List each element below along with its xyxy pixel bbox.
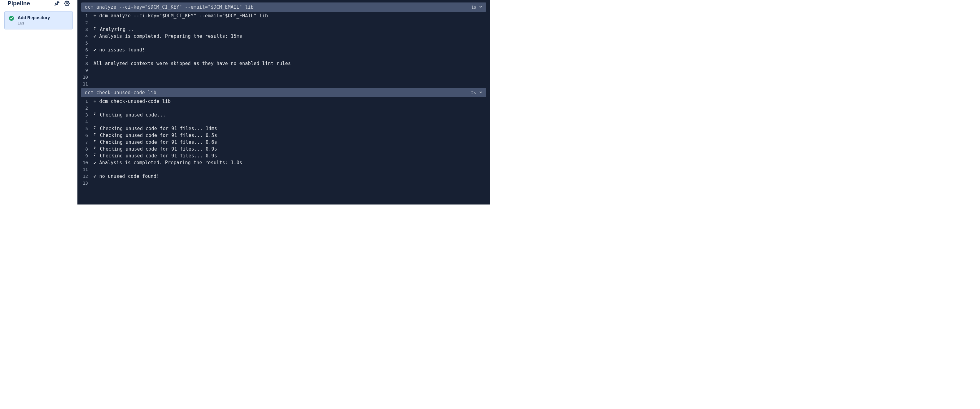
log-line-number: 3: [79, 26, 94, 33]
log-line: 7⠋ Checking unused code for 91 files... …: [79, 139, 486, 146]
log-text: ✔ Analysis is completed. Preparing the r…: [94, 159, 242, 166]
log-line-number: 8: [79, 146, 94, 153]
command-title: dcm check-unused-code lib: [85, 90, 156, 95]
log-line: 10✔ Analysis is completed. Preparing the…: [79, 159, 486, 166]
log-line-number: 2: [79, 105, 94, 111]
console-panel[interactable]: dcm analyze --ci-key="$DCM_CI_KEY" --ema…: [78, 0, 490, 205]
step-name: Add Repository: [18, 15, 50, 20]
log-line: 1+ dcm analyze --ci-key="$DCM_CI_KEY" --…: [79, 13, 486, 19]
pipeline-sidebar: Pipeline Add Repository 1: [0, 0, 78, 205]
log-text: ✔ no unused code found!: [94, 173, 159, 180]
command-duration: 2s: [471, 90, 476, 95]
command-meta: 2s: [471, 90, 482, 95]
log-line-number: 1: [79, 98, 94, 105]
log-line-number: 3: [79, 111, 94, 118]
log-text: ⠋ Checking unused code for 91 files... 0…: [94, 132, 217, 139]
log-text: ⠋ Checking unused code for 91 files... 0…: [94, 146, 217, 153]
log-line: 7: [79, 53, 486, 60]
sidebar-title: Pipeline: [8, 0, 30, 7]
log-line: 9: [79, 67, 486, 74]
step-duration: 16s: [18, 21, 50, 25]
log-line-number: 5: [79, 40, 94, 46]
command-header[interactable]: dcm check-unused-code lib2s: [81, 88, 486, 97]
log-line: 6✔ no issues found!: [79, 46, 486, 53]
log-line: 1+ dcm check-unused-code lib: [79, 98, 486, 105]
log-line: 8All analyzed contexts were skipped as t…: [79, 60, 486, 67]
step-info: Add Repository 16s: [18, 15, 50, 25]
log-line: 6⠋ Checking unused code for 91 files... …: [79, 132, 486, 139]
log-line: 10: [79, 74, 486, 81]
log-line-number: 6: [79, 132, 94, 139]
pin-icon[interactable]: [54, 1, 60, 6]
log-line: 4: [79, 118, 486, 125]
log-line-number: 11: [79, 81, 94, 88]
log-line: 11: [79, 166, 486, 173]
log-line: 12✔ no unused code found!: [79, 173, 486, 180]
log-line-number: 4: [79, 33, 94, 40]
log-line: 13: [79, 180, 486, 186]
sidebar-header-icons: [54, 1, 70, 6]
log-line-number: 7: [79, 53, 94, 60]
chevron-down-icon[interactable]: [479, 5, 482, 10]
log-text: + dcm analyze --ci-key="$DCM_CI_KEY" --e…: [94, 13, 268, 19]
log-line-number: 13: [79, 180, 94, 186]
command-block: dcm analyze --ci-key="$DCM_CI_KEY" --ema…: [79, 3, 486, 88]
log-text: ✔ Analysis is completed. Preparing the r…: [94, 33, 242, 40]
log-line: 5: [79, 40, 486, 46]
log-line: 8⠋ Checking unused code for 91 files... …: [79, 146, 486, 153]
log-text: All analyzed contexts were skipped as th…: [94, 60, 291, 67]
gear-icon[interactable]: [64, 1, 70, 6]
log-line-number: 7: [79, 139, 94, 146]
log-text: ⠋ Checking unused code...: [94, 111, 166, 118]
log-line: 3⠋ Checking unused code...: [79, 111, 486, 118]
log-line: 9⠋ Checking unused code for 91 files... …: [79, 153, 486, 159]
sidebar-header: Pipeline: [4, 0, 73, 9]
command-header[interactable]: dcm analyze --ci-key="$DCM_CI_KEY" --ema…: [81, 3, 486, 12]
log-text: ⠋ Analyzing...: [94, 26, 134, 33]
log-text: + dcm check-unused-code lib: [94, 98, 171, 105]
chevron-down-icon[interactable]: [479, 90, 482, 95]
log-line-number: 11: [79, 166, 94, 173]
log-line: 5⠋ Checking unused code for 91 files... …: [79, 125, 486, 132]
log-text: ⠋ Checking unused code for 91 files... 1…: [94, 125, 217, 132]
command-duration: 1s: [471, 5, 476, 10]
log-text: ⠋ Checking unused code for 91 files... 0…: [94, 139, 217, 146]
log-text: ⠋ Checking unused code for 91 files... 0…: [94, 153, 217, 159]
log-line-number: 2: [79, 19, 94, 26]
svg-point-0: [66, 3, 68, 4]
log-line-number: 9: [79, 153, 94, 159]
log-line-number: 6: [79, 46, 94, 53]
log-line-number: 10: [79, 159, 94, 166]
log-line-number: 8: [79, 60, 94, 67]
log-line: 3⠋ Analyzing...: [79, 26, 486, 33]
pipeline-step-card[interactable]: Add Repository 16s: [4, 11, 73, 29]
command-meta: 1s: [471, 5, 482, 10]
log-line: 2: [79, 105, 486, 111]
log-line: 2: [79, 19, 486, 26]
command-block: dcm check-unused-code lib2s1+ dcm check-…: [79, 88, 486, 186]
log-text: ✔ no issues found!: [94, 46, 145, 53]
step-status-success-icon: [9, 16, 14, 21]
log-line-number: 12: [79, 173, 94, 180]
log-line-number: 9: [79, 67, 94, 74]
log-line: 11: [79, 81, 486, 88]
log-line-number: 4: [79, 118, 94, 125]
log-line-number: 5: [79, 125, 94, 132]
log-line: 4✔ Analysis is completed. Preparing the …: [79, 33, 486, 40]
command-title: dcm analyze --ci-key="$DCM_CI_KEY" --ema…: [85, 4, 254, 10]
log-line-number: 1: [79, 13, 94, 19]
log-line-number: 10: [79, 74, 94, 81]
